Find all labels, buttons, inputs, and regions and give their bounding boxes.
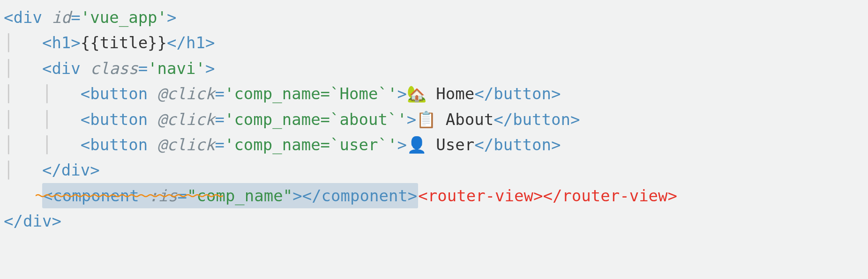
tag-name: button (90, 110, 148, 129)
button-text: 🏡 Home (407, 84, 474, 103)
attr-name: id (52, 8, 71, 27)
code-line[interactable]: <component :is="comp_name"></component><… (4, 183, 864, 208)
attr-value: 'vue_app' (81, 8, 167, 27)
indent-guide-icon: │ (42, 84, 52, 103)
attr-name: @click (157, 110, 215, 129)
code-line[interactable]: │ <div class='navi'> (4, 56, 864, 81)
attr-value: 'comp_name=`user`' (224, 135, 397, 154)
tag-name: div (23, 212, 52, 230)
tag-name: button (90, 135, 148, 154)
indent-guide-icon: │ (4, 135, 13, 154)
attr-name: @click (157, 135, 215, 154)
angle-open-icon: < (4, 8, 13, 27)
attr-value: 'navi' (148, 59, 205, 78)
code-line[interactable]: </div> (4, 208, 864, 234)
code-line[interactable]: │ │ <button @click='comp_name=`user`'>👤 … (4, 132, 864, 157)
attr-name: @click (157, 84, 215, 103)
code-line[interactable]: <div id='vue_app'> (4, 5, 864, 30)
tag-name: h1 (52, 33, 71, 52)
attr-name: :is (149, 186, 177, 205)
attr-value: "comp_name" (187, 186, 292, 205)
indent-guide-icon: │ (42, 110, 52, 129)
code-line[interactable]: │ </div> (4, 157, 864, 183)
tag-name: div (52, 59, 80, 78)
button-text: 👤 User (407, 135, 474, 154)
annotation-text: <router-view></router-view> (418, 186, 677, 205)
code-line[interactable]: │ <h1>{{title}}</h1> (4, 30, 864, 55)
indent-guide-icon: │ (4, 110, 13, 129)
button-text: 📋 About (416, 110, 494, 129)
angle-close-icon: > (167, 8, 176, 27)
code-line[interactable]: │ │ <button @click='comp_name=`about`'>📋… (4, 107, 864, 132)
indent-guide-icon: │ (42, 135, 52, 154)
code-line[interactable]: │ │ <button @click='comp_name=`Home`'>🏡 … (4, 81, 864, 106)
indent-guide-icon: │ (4, 161, 13, 179)
tag-name: component (52, 186, 139, 205)
indent-guide-icon: │ (4, 33, 13, 52)
indent-guide-icon: │ (4, 84, 13, 103)
attr-name: class (90, 59, 138, 78)
struck-code: <component :is="comp_name"></component> (42, 183, 418, 208)
code-editor[interactable]: <div id='vue_app'> │ <h1>{{title}}</h1> … (0, 0, 868, 239)
tag-name: button (90, 84, 148, 103)
tag-name: div (13, 8, 42, 27)
attr-value: 'comp_name=`Home`' (224, 84, 397, 103)
mustache-text: {{title}} (81, 33, 167, 52)
indent-guide-icon: │ (4, 59, 13, 78)
attr-value: 'comp_name=`about`' (224, 110, 407, 129)
tag-name: div (61, 161, 90, 179)
